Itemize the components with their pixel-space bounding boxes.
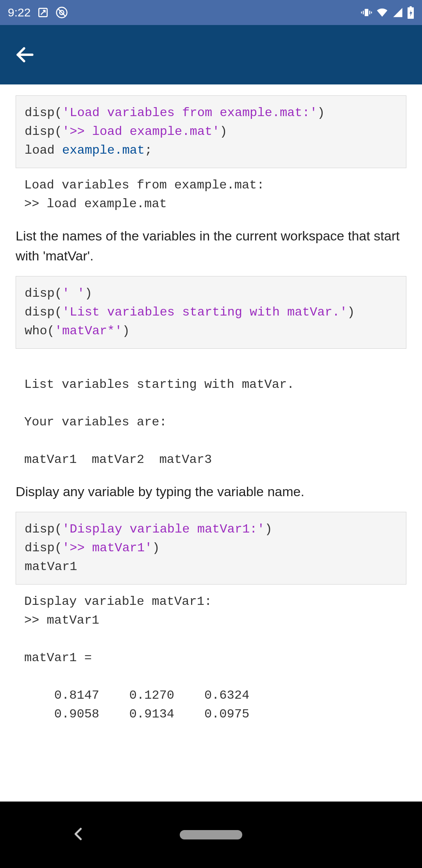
status-time: 9:22 [8, 6, 30, 19]
app-bar [0, 25, 422, 84]
code-block-1: disp('Load variables from example.mat:')… [16, 95, 406, 168]
code-block-2: disp(' ') disp('List variables starting … [16, 276, 406, 349]
svg-rect-4 [363, 11, 364, 14]
paragraph-1: List the names of the variables in the c… [16, 226, 406, 266]
svg-rect-3 [365, 9, 368, 16]
screenshot-icon [37, 6, 49, 19]
output-1: Load variables from example.mat: >> load… [24, 176, 406, 213]
status-bar: 9:22 [0, 0, 422, 25]
nav-home-pill[interactable] [180, 830, 242, 839]
content-area[interactable]: disp('Load variables from example.mat:')… [0, 84, 422, 751]
svg-rect-6 [361, 12, 362, 14]
at-icon [55, 6, 68, 19]
vibrate-icon [361, 7, 372, 18]
paragraph-2: Display any variable by typing the varia… [16, 482, 406, 502]
status-right [361, 6, 414, 19]
code-block-3: disp('Display variable matVar1:') disp('… [16, 512, 406, 585]
back-button[interactable] [13, 42, 38, 67]
wifi-icon [376, 6, 388, 19]
output-3: Display variable matVar1: >> matVar1 mat… [24, 592, 406, 724]
svg-rect-9 [409, 6, 411, 8]
svg-rect-7 [371, 12, 372, 14]
signal-icon [392, 7, 403, 18]
navigation-bar [0, 802, 422, 868]
status-left: 9:22 [8, 6, 68, 19]
output-2: List variables starting with matVar. You… [24, 357, 406, 469]
battery-charging-icon [407, 6, 414, 19]
nav-back-button[interactable] [70, 826, 86, 843]
svg-rect-5 [369, 11, 370, 14]
